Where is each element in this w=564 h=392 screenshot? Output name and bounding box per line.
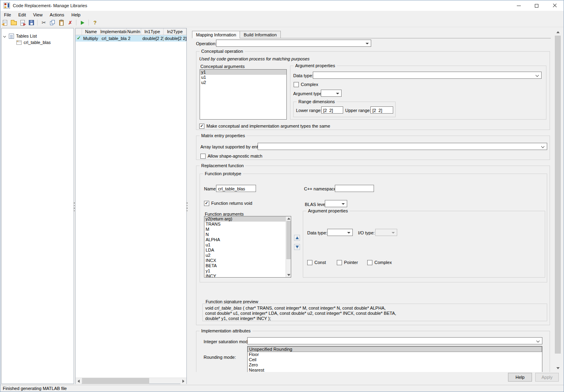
move-down-button[interactable]: [294, 244, 300, 250]
conceptual-argument-item[interactable]: y1: [200, 70, 286, 75]
const-checkbox[interactable]: [307, 260, 312, 265]
function-argument-item[interactable]: BETA: [204, 263, 291, 268]
column-header-in1type[interactable]: In1Type: [141, 28, 164, 35]
function-argument-item[interactable]: LDA: [204, 248, 291, 253]
save-table-button[interactable]: [27, 19, 36, 27]
move-up-button[interactable]: [294, 235, 300, 241]
open-table-button[interactable]: [10, 19, 18, 27]
list-scroll-down-button[interactable]: [286, 273, 291, 277]
pointer-checkbox[interactable]: [337, 260, 342, 265]
scroll-down-button[interactable]: [555, 365, 561, 371]
rounding-mode-label: Rounding mode:: [204, 355, 236, 360]
function-name-field[interactable]: crl_table_blas: [216, 185, 256, 192]
function-argument-item[interactable]: TRANS: [204, 222, 291, 227]
fn-data-type-select[interactable]: void: [327, 229, 353, 236]
tab-mapping-information[interactable]: Mapping Information: [192, 31, 240, 38]
function-argument-item[interactable]: y1: [204, 268, 291, 274]
function-argument-item[interactable]: INCX: [204, 258, 291, 263]
column-header-numin[interactable]: NumIn: [127, 28, 141, 35]
list-vertical-scrollbar[interactable]: [286, 216, 291, 277]
complex-checkbox[interactable]: [294, 82, 299, 87]
new-table-button[interactable]: [1, 19, 9, 27]
lower-range-field[interactable]: [2 2]: [321, 106, 343, 114]
minimize-button[interactable]: [510, 0, 528, 11]
array-layout-select[interactable]: Column-major: [258, 143, 547, 150]
menu-item-actions[interactable]: Actions: [46, 12, 68, 18]
operation-select[interactable]: Multiply: [216, 40, 371, 47]
help-button[interactable]: Help: [508, 373, 532, 382]
scrollbar-thumb[interactable]: [555, 36, 561, 354]
paste-button[interactable]: [57, 19, 66, 27]
rounding-option[interactable]: Nearest: [248, 368, 542, 372]
cell-in2type[interactable]: double[2 2]: [164, 35, 186, 42]
maximize-button[interactable]: [528, 0, 546, 11]
rounding-option[interactable]: Zero: [248, 362, 542, 368]
tab-build-information[interactable]: Build Information: [240, 31, 281, 38]
shape-agnostic-checkbox[interactable]: [200, 154, 206, 159]
tree-root-label[interactable]: Tables List: [16, 34, 37, 38]
apply-button: Apply: [535, 373, 559, 382]
right-splitter-handle[interactable]: [186, 202, 188, 213]
left-splitter-handle[interactable]: [74, 202, 75, 213]
function-argument-item[interactable]: u2: [204, 253, 291, 258]
tree-item-label[interactable]: crl_table_blas: [24, 40, 51, 45]
list-scrollbar-thumb[interactable]: [286, 221, 291, 259]
function-argument-item[interactable]: u1: [204, 242, 291, 248]
operation-label: Operation:: [196, 41, 216, 46]
scroll-up-button[interactable]: [555, 29, 561, 35]
conceptual-argument-item[interactable]: u1: [200, 75, 286, 80]
function-name-value: crl_table_blas: [218, 186, 245, 191]
menu-item-view[interactable]: View: [30, 12, 46, 18]
cell-name[interactable]: Multiply: [82, 35, 100, 42]
function-argument-item[interactable]: ALPHA: [204, 237, 291, 242]
conceptual-arguments-listbox[interactable]: y1 u1 u2: [200, 69, 287, 120]
cell-numin[interactable]: 2: [127, 35, 141, 42]
conceptual-argument-item[interactable]: u2: [200, 80, 286, 85]
column-header-name[interactable]: Name: [82, 28, 100, 35]
tree-expand-chevron-icon[interactable]: [3, 34, 6, 37]
scroll-right-button[interactable]: [180, 378, 186, 384]
data-type-select[interactable]: double: [313, 72, 542, 79]
function-argument-item[interactable]: M: [204, 227, 291, 232]
rounding-option[interactable]: Ceil: [248, 357, 542, 362]
upper-range-field[interactable]: [2 2]: [370, 106, 393, 114]
copy-button[interactable]: [48, 19, 57, 27]
fn-complex-checkbox[interactable]: [367, 260, 372, 265]
menu-item-edit[interactable]: Edit: [15, 12, 30, 18]
window-controls: [510, 0, 564, 11]
function-arguments-listbox[interactable]: y2(return arg) TRANS M N ALPHA u1 LDA u2…: [204, 216, 291, 278]
function-argument-item[interactable]: INCY: [204, 274, 291, 278]
blas-level-select[interactable]: 2 (vector): [325, 200, 347, 207]
cell-in1type[interactable]: double[2 2]: [141, 35, 164, 42]
delete-button[interactable]: ✗: [66, 19, 74, 27]
rounding-mode-listbox[interactable]: Unspecified Rounding Floor Ceil Zero Nea…: [247, 346, 542, 372]
saturation-mode-select[interactable]: Unspecified Saturation: [247, 337, 542, 344]
argument-type-select[interactable]: Matrix: [321, 90, 342, 97]
menu-item-file[interactable]: File: [0, 12, 15, 18]
column-header-in2type[interactable]: In2Type: [164, 28, 186, 35]
cut-button[interactable]: ✂: [40, 19, 48, 27]
column-header-status[interactable]: [76, 28, 82, 35]
vertical-scrollbar[interactable]: [555, 29, 561, 371]
close-button[interactable]: [546, 0, 564, 11]
validate-button[interactable]: [78, 19, 87, 27]
help-toolbar-button[interactable]: ?: [91, 19, 99, 27]
function-argument-item[interactable]: N: [204, 232, 291, 237]
tree-root-row[interactable]: Tables List: [4, 33, 37, 39]
function-argument-item[interactable]: y2(return arg): [204, 216, 291, 222]
rounding-option[interactable]: Unspecified Rounding: [248, 346, 542, 352]
add-table-button[interactable]: [18, 19, 27, 27]
returns-void-checkbox[interactable]: ✓: [204, 201, 209, 206]
list-scroll-up-button[interactable]: [286, 216, 291, 221]
tree-item-crl-table-blas[interactable]: crl_table_blas: [16, 40, 51, 45]
cell-implementation[interactable]: crl_table_blas: [100, 35, 127, 42]
scroll-left-button[interactable]: [76, 378, 82, 384]
horizontal-scrollbar[interactable]: [76, 378, 186, 384]
same-types-checkbox[interactable]: ✓: [199, 124, 204, 129]
rounding-option[interactable]: Floor: [248, 352, 542, 357]
menu-item-help[interactable]: Help: [68, 12, 84, 18]
table-row[interactable]: ✓ Multiply crl_table_blas 2 double[2 2] …: [76, 35, 186, 42]
scrollbar-thumb[interactable]: [82, 378, 149, 384]
cpp-namespace-field[interactable]: [335, 185, 374, 192]
column-header-implementation[interactable]: Implementation: [100, 28, 127, 35]
